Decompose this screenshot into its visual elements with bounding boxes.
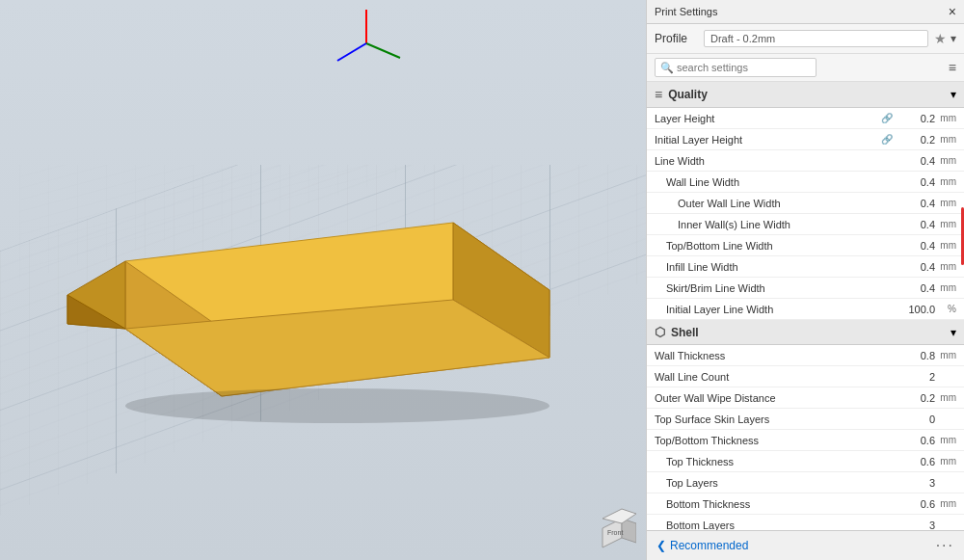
recommended-button[interactable]: ❮ Recommended [656, 539, 748, 552]
recommended-label: Recommended [670, 539, 748, 552]
setting-top-layers[interactable]: Top Layers 3 [647, 472, 964, 493]
link-icon-0: 🔗 [881, 113, 893, 123]
profile-label: Profile [655, 32, 698, 45]
shell-section-icon: ⬡ [655, 325, 665, 339]
menu-icon[interactable]: ≡ [949, 60, 956, 75]
setting-wall-line-width[interactable]: Wall Line Width 0.4 mm [647, 172, 964, 193]
shell-section-left: ⬡ Shell [655, 325, 699, 339]
quality-section-icon: ≡ [655, 87, 662, 102]
setting-layer-height[interactable]: Layer Height 🔗 0.2 mm [647, 108, 964, 129]
setting-outer-wall-line-width[interactable]: Outer Wall Line Width 0.4 mm [647, 193, 964, 214]
svg-point-12 [125, 388, 549, 423]
setting-infill-line-width[interactable]: Infill Line Width 0.4 mm [647, 256, 964, 278]
svg-text:Front: Front [607, 529, 623, 536]
quality-section-header[interactable]: ≡ Quality ▾ [647, 82, 964, 108]
quality-chevron-icon: ▾ [951, 88, 956, 101]
settings-panel: Print Settings × Profile Draft - 0.2mm ★… [646, 0, 964, 560]
svg-line-1 [366, 43, 400, 58]
chevron-left-icon: ❮ [656, 539, 666, 552]
orientation-cube[interactable]: Front [588, 504, 636, 552]
setting-top-thickness[interactable]: Top Thickness 0.6 mm [647, 451, 964, 472]
shell-section-label: Shell [671, 326, 699, 339]
close-icon[interactable]: × [949, 4, 956, 19]
setting-initial-layer-height[interactable]: Initial Layer Height 🔗 0.2 mm [647, 129, 964, 150]
panel-footer: ❮ Recommended ··· [647, 530, 964, 560]
search-input[interactable] [655, 58, 817, 77]
3d-object [48, 203, 598, 464]
settings-list[interactable]: ≡ Quality ▾ Layer Height 🔗 0.2 mm Initia… [647, 82, 964, 530]
setting-outer-wall-wipe[interactable]: Outer Wall Wipe Distance 0.2 mm [647, 387, 964, 409]
setting-topbottom-line-width[interactable]: Top/Bottom Line Width 0.4 mm [647, 235, 964, 256]
profile-chevron-icon[interactable]: ▾ [951, 32, 956, 45]
setting-top-surface-skin[interactable]: Top Surface Skin Layers 0 [647, 409, 964, 430]
setting-bottom-thickness[interactable]: Bottom Thickness 0.6 mm [647, 493, 964, 515]
panel-header: Print Settings × [647, 0, 964, 24]
setting-line-width[interactable]: Line Width 0.4 mm [647, 150, 964, 172]
3d-viewport[interactable]: Front [0, 0, 646, 560]
setting-topbottom-thickness[interactable]: Top/Bottom Thickness 0.6 mm [647, 430, 964, 451]
star-icon[interactable]: ★ [934, 31, 947, 46]
profile-value[interactable]: Draft - 0.2mm [704, 30, 928, 47]
link-icon-1: 🔗 [881, 134, 893, 145]
setting-initial-layer-line-width[interactable]: Initial Layer Line Width 100.0 % [647, 299, 964, 320]
panel-title: Print Settings [655, 6, 717, 17]
setting-wall-thickness[interactable]: Wall Thickness 0.8 mm [647, 345, 964, 366]
setting-skirt-brim-line-width[interactable]: Skirt/Brim Line Width 0.4 mm [647, 278, 964, 299]
search-icon: 🔍 [660, 62, 674, 74]
shell-section-header[interactable]: ⬡ Shell ▾ [647, 320, 964, 345]
setting-inner-wall-line-width[interactable]: Inner Wall(s) Line Width 0.4 mm [647, 214, 964, 235]
axis-indicator [328, 5, 405, 82]
setting-bottom-layers[interactable]: Bottom Layers 3 [647, 515, 964, 530]
quality-section-label: Quality [668, 88, 708, 101]
quality-section-left: ≡ Quality [655, 87, 708, 102]
setting-wall-line-count[interactable]: Wall Line Count 2 [647, 366, 964, 387]
search-row: 🔍 ≡ [647, 54, 964, 82]
profile-row: Profile Draft - 0.2mm ★ ▾ [647, 24, 964, 54]
profile-icons: ★ ▾ [934, 31, 956, 46]
svg-line-2 [337, 43, 366, 61]
shell-chevron-icon: ▾ [951, 326, 956, 339]
search-wrap: 🔍 [655, 58, 945, 77]
dots-menu-icon[interactable]: ··· [936, 537, 954, 554]
